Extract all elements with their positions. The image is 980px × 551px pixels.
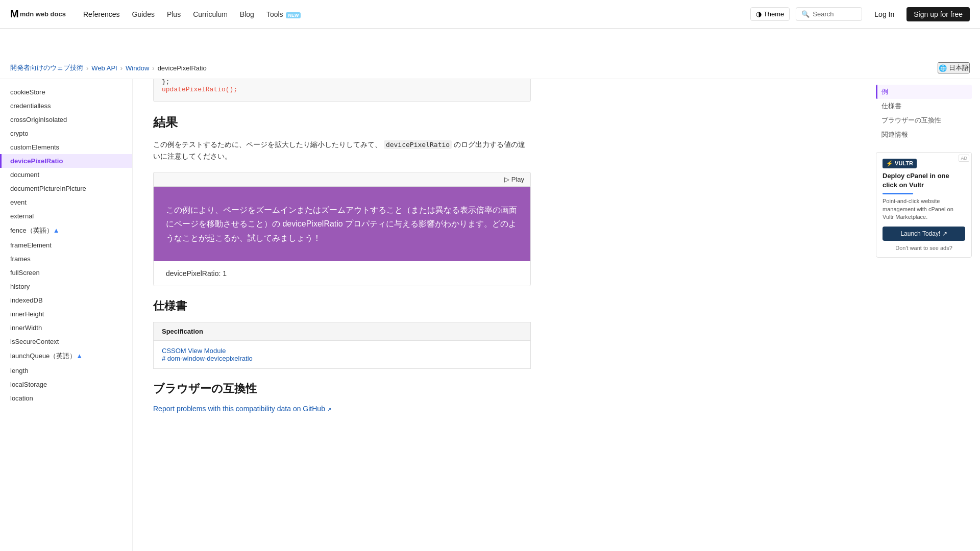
compat-title: ブラウザーの互換性 [153,381,531,396]
language-button[interactable]: 🌐 日本語 [938,62,970,73]
nav-guides[interactable]: Guides [127,7,160,21]
inline-code-devicepixelratio: devicePixelRatio [384,140,452,149]
ad-logo: ⚡ VULTR [883,159,917,168]
sidebar-item-devicepixelratio[interactable]: devicePixelRatio [0,154,132,168]
breadcrumb-item-window[interactable]: Window [126,64,149,72]
breadcrumb-sep-3: › [152,64,154,72]
code-line-1: }; [162,78,522,86]
sidebar-item-credentialless[interactable]: credentialless [0,99,132,113]
login-button[interactable]: Log In [868,7,900,21]
breadcrumb-item-webapi[interactable]: Web API [91,64,117,72]
spec-link-2[interactable]: # dom-window-devicepixelratio [162,355,522,362]
logo-text: mdn web docs [20,10,66,18]
ad-block: AD ⚡ VULTR Deploy cPanel in one click on… [876,152,972,258]
ad-headline: Deploy cPanel in one click on Vultr [883,171,965,190]
demo-area: この例により、ページをズームインまたはズームアウトすること（または異なる表示倍率… [153,186,531,286]
external-link-icon: ↗ [327,407,331,412]
sidebar-item-external[interactable]: external [0,209,132,223]
sidebar-item-history[interactable]: history [0,280,132,293]
ad-desc: Point-and-click website management with … [883,197,965,221]
theme-icon: ◑ [756,10,762,18]
sidebar-item-innerwidth[interactable]: innerWidth [0,321,132,335]
spec-table-header: Specification [154,322,531,340]
tools-badge: NEW [286,12,301,18]
breadcrumb-sep-2: › [120,64,122,72]
signup-button[interactable]: Sign up for free [906,7,970,21]
ad-launch-button[interactable]: Launch Today! ↗ [883,227,965,241]
toc-item-spec[interactable]: 仕様書 [876,99,972,113]
nav-tools[interactable]: Tools NEW [261,7,306,21]
ad-accent-bar [883,193,913,194]
sidebar-item-document[interactable]: document [0,168,132,182]
code-line-2: updatePixelRatio(); [162,86,522,93]
sidebar-item-length[interactable]: length [0,364,132,378]
sidebar-item-launchqueue[interactable]: launchQueue（英語）▲ [0,348,132,364]
sidebar-item-issecurecontext[interactable]: isSecureContext [0,335,132,348]
sidebar-item-localstorage[interactable]: localStorage [0,378,132,391]
fence-flag-icon: ▲ [53,227,60,234]
nav-plus[interactable]: Plus [162,7,186,21]
ad-no-ads[interactable]: Don't want to see ads? [883,245,965,251]
logo[interactable]: M mdn web docs [10,8,66,20]
launchqueue-flag-icon: ▲ [76,352,83,360]
sidebar-item-innerheight[interactable]: innerHeight [0,307,132,321]
header: M mdn web docs References Guides Plus Cu… [0,0,980,29]
sidebar-item-customelements[interactable]: customElements [0,140,132,154]
sidebar-item-fence[interactable]: fence（英語）▲ [0,223,132,238]
sidebar: ▼ Filter cookieStore credentialless cros… [0,57,133,551]
sidebar-item-crossoriginisolated[interactable]: crossOriginIsolated [0,113,132,127]
spec-link-1[interactable]: CSSOM View Module [162,347,522,355]
play-bar: ▷ Play [153,172,531,186]
toc-item-related[interactable]: 関連情報 [876,128,972,142]
code-highlight: updatePixelRatio(); [162,86,237,93]
breadcrumb: 開発者向けのウェブ技術 › Web API › Window › deviceP… [0,57,980,79]
compat-link[interactable]: Report problems with this compatibility … [153,405,331,413]
breadcrumb-sep-1: › [86,64,88,72]
spec-cell: CSSOM View Module # dom-window-devicepix… [154,340,531,368]
ad-label: AD [959,155,969,162]
sidebar-item-indexeddb[interactable]: indexedDB [0,293,132,307]
sidebar-item-location[interactable]: location [0,391,132,405]
logo-icon: M [10,8,19,20]
sidebar-item-frames[interactable]: frames [0,252,132,266]
spec-title: 仕様書 [153,298,531,314]
sidebar-item-crypto[interactable]: crypto [0,127,132,140]
result-desc: この例をテストするために、ページを拡大したり縮小したりしてみて、 deviceP… [153,139,531,162]
main-content: }; updatePixelRatio(); 結果 この例をテストするために、ペ… [133,57,551,551]
header-right: ◑ Theme 🔍 Search Log In Sign up for free [750,7,970,21]
sidebar-item-fullscreen[interactable]: fullScreen [0,266,132,280]
table-row: CSSOM View Module # dom-window-devicepix… [154,340,531,368]
toc-item-example[interactable]: 例 [876,85,972,99]
right-sidebar: この記事では 例 仕様書 ブラウザーの互換性 関連情報 AD ⚡ VULTR D… [868,57,980,551]
sidebar-item-documentpictureinpicture[interactable]: documentPictureInPicture [0,182,132,195]
sidebar-item-cookiestore[interactable]: cookieStore [0,85,132,99]
nav-references[interactable]: References [78,7,125,21]
search-icon: 🔍 [801,10,810,18]
nav-curriculum[interactable]: Curriculum [188,7,233,21]
main-nav: References Guides Plus Curriculum Blog T… [78,7,750,21]
globe-icon: 🌐 [939,64,947,72]
nav-blog[interactable]: Blog [235,7,259,21]
sidebar-item-event[interactable]: event [0,195,132,209]
theme-button[interactable]: ◑ Theme [750,7,790,21]
demo-result: devicePixelRatio: 1 [154,261,530,286]
spec-table: Specification CSSOM View Module # dom-wi… [153,322,531,369]
page-layout: ▼ Filter cookieStore credentialless cros… [0,57,980,551]
play-button[interactable]: ▷ Play [504,176,524,183]
result-title: 結果 [153,114,531,131]
breadcrumb-current: devicePixelRatio [158,64,207,72]
demo-content: この例により、ページをズームインまたはズームアウトすること（または異なる表示倍率… [154,187,530,261]
search-button[interactable]: 🔍 Search [796,7,862,21]
breadcrumb-item-dev[interactable]: 開発者向けのウェブ技術 [10,63,83,72]
sidebar-item-frameelement[interactable]: frameElement [0,238,132,252]
toc-item-compat[interactable]: ブラウザーの互換性 [876,113,972,128]
